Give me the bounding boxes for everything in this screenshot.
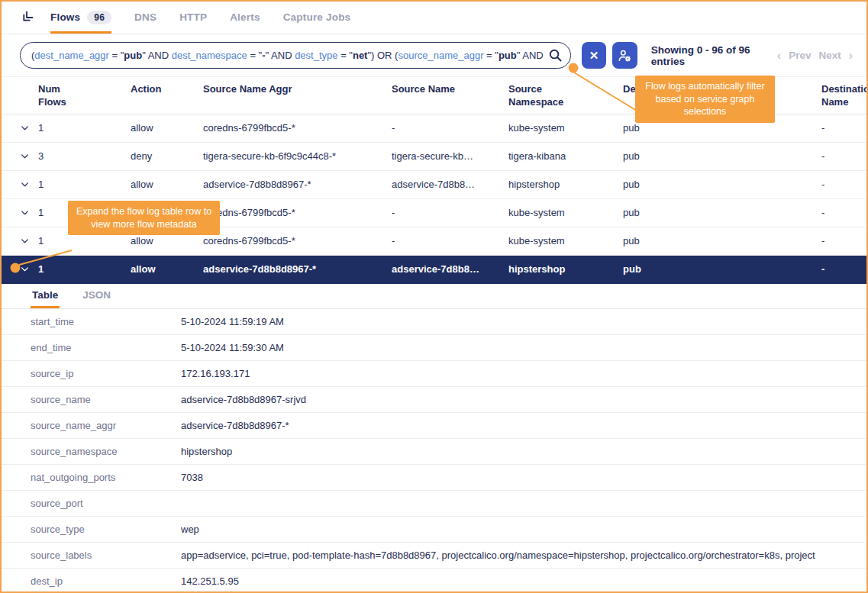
field-value: 172.16.193.171 xyxy=(181,368,866,379)
filter-bar: (dest_name_aggr = "pub" AND dest_namespa… xyxy=(2,34,866,76)
person-gear-icon xyxy=(617,48,632,63)
cell-destination-name: - xyxy=(821,150,866,162)
query-plain: " AND xyxy=(142,50,172,61)
column-header: Source Name Aggr xyxy=(203,83,392,96)
expand-chevron-icon[interactable] xyxy=(20,236,38,246)
detail-row: source_labelsapp=adservice, pci=true, po… xyxy=(2,543,866,569)
cell-dest-name-aggr: pub xyxy=(623,179,821,190)
cell-destination-name: - xyxy=(821,179,866,190)
tab-alerts[interactable]: Alerts xyxy=(230,2,260,34)
expand-chevron-icon[interactable] xyxy=(20,123,38,133)
cell-source-name-aggr: coredns-6799fbcd5-* xyxy=(203,235,392,247)
flow-detail-panel: TableJSON start_time5-10-2024 11:59:19 A… xyxy=(2,284,866,593)
collapse-panel-icon[interactable] xyxy=(20,11,34,24)
expand-chevron-icon[interactable] xyxy=(20,151,38,161)
cell-source-name: - xyxy=(392,235,508,247)
flow-row[interactable]: 1allowadservice-7d8b8d8967-*adservice-7d… xyxy=(2,171,866,199)
cell-source-name-aggr: adservice-7d8b8d8967-* xyxy=(203,179,392,190)
column-header: Source Namespace xyxy=(508,83,623,109)
cell-action: allow xyxy=(131,235,203,247)
tab-label: Flows xyxy=(50,11,80,23)
filter-query-input[interactable]: (dest_name_aggr = "pub" AND dest_namespa… xyxy=(20,42,571,69)
field-value: adservice-7d8b8d8967-* xyxy=(181,420,866,431)
tab-label: Capture Jobs xyxy=(283,11,351,23)
detail-row: source_ip172.16.193.171 xyxy=(2,361,866,387)
field-value: 142.251.5.95 xyxy=(181,575,866,587)
query-plain: = " xyxy=(247,50,262,61)
detail-tab-table[interactable]: Table xyxy=(31,287,60,308)
column-header: Destination Name xyxy=(821,83,866,109)
cell-num-flows: 1 xyxy=(38,179,131,190)
cell-num-flows: 1 xyxy=(38,235,131,247)
detail-tab-json[interactable]: JSON xyxy=(81,287,112,308)
log-type-tabs: Flows96DNSHTTPAlertsCapture Jobs xyxy=(50,2,350,34)
query-plain: = " xyxy=(483,50,498,61)
flow-logs-panel: Flows96DNSHTTPAlertsCapture Jobs (dest_n… xyxy=(0,0,868,593)
query-field: source_name_aggr xyxy=(398,50,483,61)
cell-destination-name: - xyxy=(821,263,866,275)
cell-source-namespace: hipstershop xyxy=(508,179,623,190)
cell-destination-name: - xyxy=(821,122,866,134)
cell-source-name-aggr: coredns-6799fbcd5-* xyxy=(203,207,392,218)
search-icon[interactable] xyxy=(548,48,563,63)
flow-table-body: 1allowcoredns-6799fbcd5-*-kube-systempub… xyxy=(2,114,866,284)
expand-chevron-icon[interactable] xyxy=(20,264,38,274)
column-header: Action xyxy=(131,83,203,96)
detail-row: source_nameadservice-7d8b8d8967-srjvd xyxy=(2,387,866,413)
next-chevron-icon[interactable]: › xyxy=(849,49,853,63)
count-badge: 96 xyxy=(87,11,111,24)
next-button[interactable]: Next xyxy=(818,50,841,61)
query-value: pub xyxy=(499,50,517,61)
detail-row: start_time5-10-2024 11:59:19 AM xyxy=(2,309,866,335)
callout-expand-note: Expand the flow log table row to view mo… xyxy=(68,201,220,235)
query-value: net xyxy=(353,50,368,61)
cell-dest-name-aggr: pub xyxy=(623,122,821,134)
field-value: hipstershop xyxy=(181,446,866,457)
field-key: nat_outgoing_ports xyxy=(31,472,181,483)
tab-http[interactable]: HTTP xyxy=(179,2,207,34)
cell-action: allow xyxy=(131,122,203,134)
field-key: source_port xyxy=(31,498,181,509)
query-field: dest_type xyxy=(295,50,337,61)
flow-row[interactable]: 1allowadservice-7d8b8d8967-*adservice-7d… xyxy=(2,256,866,284)
field-key: source_ip xyxy=(31,368,181,379)
field-value: app=adservice, pci=true, pod-template-ha… xyxy=(181,549,866,561)
cell-source-name-aggr: adservice-7d8b8d8967-* xyxy=(203,263,392,275)
detail-tabs: TableJSON xyxy=(2,284,866,309)
detail-fields: start_time5-10-2024 11:59:19 AMend_time5… xyxy=(2,309,866,593)
cell-source-name: - xyxy=(392,122,508,134)
detail-row: source_typewep xyxy=(2,517,866,543)
cell-source-namespace: kube-system xyxy=(508,235,623,247)
flow-row[interactable]: 3denytigera-secure-kb-6f9c9c44c8-*tigera… xyxy=(2,143,866,171)
cell-action: allow xyxy=(131,179,203,190)
entries-count-label: Showing 0 - 96 of 96 entries xyxy=(651,44,777,67)
expand-chevron-icon[interactable] xyxy=(20,208,38,218)
filter-settings-button[interactable] xyxy=(612,42,637,69)
cell-action: deny xyxy=(131,150,203,162)
field-key: source_name_aggr xyxy=(31,420,181,431)
detail-row: end_time5-10-2024 11:59:30 AM xyxy=(2,335,866,361)
cell-source-namespace: hipstershop xyxy=(508,263,623,275)
field-value: 5-10-2024 11:59:19 AM xyxy=(181,316,866,327)
field-key: source_labels xyxy=(31,549,181,561)
clear-filter-button[interactable]: ✕ xyxy=(582,42,607,69)
tab-capture-jobs[interactable]: Capture Jobs xyxy=(283,2,351,34)
cell-num-flows: 3 xyxy=(38,150,131,162)
detail-row: nat_outgoing_ports7038 xyxy=(2,465,866,491)
expand-chevron-icon[interactable] xyxy=(20,179,38,189)
detail-row: source_namespacehipstershop xyxy=(2,439,866,465)
prev-chevron-icon[interactable]: ‹ xyxy=(777,49,781,63)
cell-source-name-aggr: coredns-6799fbcd5-* xyxy=(203,122,392,134)
query-plain: " AND xyxy=(517,50,544,61)
prev-button[interactable]: Prev xyxy=(789,50,811,61)
tab-dns[interactable]: DNS xyxy=(134,2,156,34)
field-value: wep xyxy=(181,524,866,535)
tab-flows[interactable]: Flows96 xyxy=(50,2,111,34)
field-value: 5-10-2024 11:59:30 AM xyxy=(181,342,866,353)
query-field: dest_namespace xyxy=(172,50,247,61)
cell-source-namespace: tigera-kibana xyxy=(508,150,623,162)
cell-dest-name-aggr: pub xyxy=(623,263,821,275)
query-field: dest_name_aggr xyxy=(34,50,109,61)
cell-action: allow xyxy=(131,263,203,275)
tab-label: DNS xyxy=(134,11,156,23)
